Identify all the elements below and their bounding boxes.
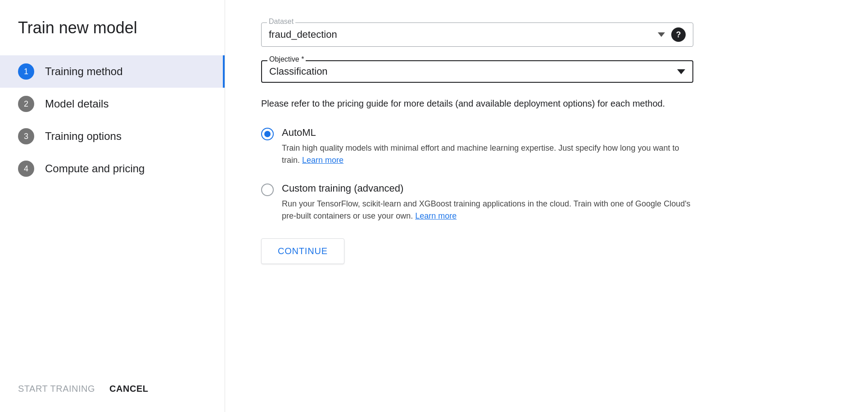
dataset-dropdown-arrow-icon[interactable] — [658, 32, 665, 37]
step-badge-1: 1 — [18, 63, 34, 80]
dataset-field-group: Dataset fraud_detection ? — [261, 22, 832, 47]
step-item-1[interactable]: 1 Training method — [0, 55, 225, 88]
dataset-field[interactable]: Dataset fraud_detection ? — [261, 22, 693, 47]
sidebar-actions: START TRAINING CANCEL — [18, 379, 225, 394]
custom-training-learn-more-link[interactable]: Learn more — [415, 211, 457, 220]
custom-training-title: Custom training (advanced) — [282, 183, 693, 194]
continue-button[interactable]: CONTINUE — [261, 238, 344, 264]
automl-radio[interactable] — [261, 128, 274, 140]
start-training-button[interactable]: START TRAINING — [18, 384, 95, 394]
automl-learn-more-link[interactable]: Learn more — [302, 156, 344, 165]
step-label-4: Compute and pricing — [45, 162, 145, 175]
dataset-help-icon[interactable]: ? — [671, 27, 686, 42]
dataset-field-icons: ? — [658, 27, 686, 42]
custom-training-content: Custom training (advanced) Run your Tens… — [282, 183, 693, 222]
step-label-1: Training method — [45, 65, 123, 78]
dataset-label: Dataset — [267, 18, 295, 26]
sidebar: Train new model 1 Training method 2 Mode… — [0, 0, 225, 412]
step-item-3[interactable]: 3 Training options — [18, 120, 225, 152]
main-content: Dataset fraud_detection ? Objective * Cl… — [225, 0, 868, 412]
objective-dropdown-arrow-icon[interactable] — [677, 69, 685, 74]
page-title: Train new model — [18, 18, 225, 37]
automl-content: AutoML Train high quality models with mi… — [282, 127, 693, 166]
custom-training-radio[interactable] — [261, 184, 274, 196]
dataset-value: fraud_detection — [269, 29, 658, 40]
step-item-2[interactable]: 2 Model details — [18, 88, 225, 120]
objective-field-group: Objective * Classification — [261, 60, 832, 83]
automl-option: AutoML Train high quality models with mi… — [261, 127, 693, 166]
objective-field[interactable]: Objective * Classification — [261, 60, 693, 83]
step-list: 1 Training method 2 Model details 3 Trai… — [18, 55, 225, 361]
step-badge-3: 3 — [18, 128, 34, 144]
objective-value: Classification — [269, 66, 677, 77]
automl-description: Train high quality models with minimal e… — [282, 142, 693, 166]
step-label-3: Training options — [45, 130, 122, 143]
custom-training-option: Custom training (advanced) Run your Tens… — [261, 183, 693, 222]
step-label-2: Model details — [45, 98, 108, 110]
step-item-4[interactable]: 4 Compute and pricing — [18, 152, 225, 185]
step-badge-2: 2 — [18, 96, 34, 112]
custom-training-description: Run your TensorFlow, scikit-learn and XG… — [282, 198, 693, 222]
objective-label: Objective * — [267, 55, 306, 63]
pricing-description: Please refer to the pricing guide for mo… — [261, 96, 693, 111]
automl-title: AutoML — [282, 127, 693, 139]
step-badge-4: 4 — [18, 161, 34, 177]
cancel-button[interactable]: CANCEL — [109, 384, 148, 394]
